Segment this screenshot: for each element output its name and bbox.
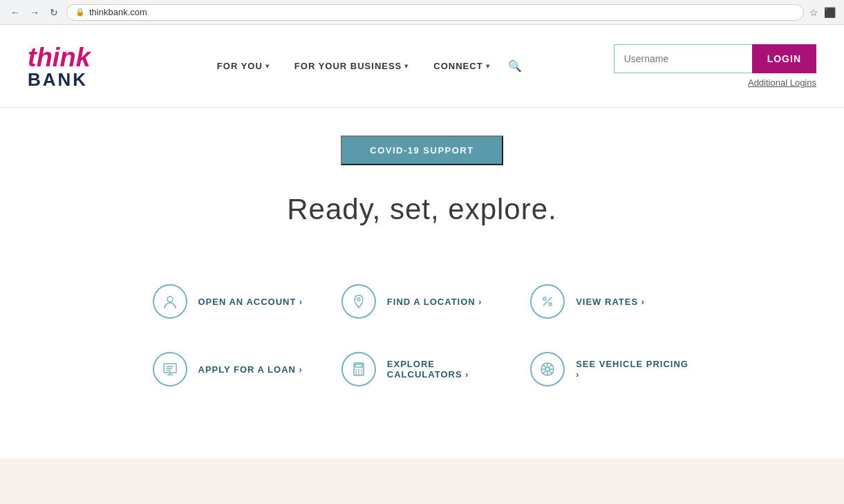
username-input[interactable] bbox=[614, 44, 752, 73]
hero-title: Ready, set, explore. bbox=[0, 193, 844, 226]
svg-line-2 bbox=[543, 297, 552, 306]
chevron-down-icon: ▾ bbox=[404, 62, 409, 70]
person-icon bbox=[153, 284, 187, 319]
site-header: think BANK FOR YOU ▾ FOR YOUR BUSINESS ▾… bbox=[0, 25, 844, 108]
quick-link-view-rates-label: VIEW RATES › bbox=[576, 297, 645, 307]
logo[interactable]: think BANK bbox=[28, 44, 91, 88]
calculator-icon bbox=[341, 352, 376, 386]
svg-point-1 bbox=[357, 298, 360, 301]
login-button[interactable]: LOGIN bbox=[752, 44, 816, 73]
svg-line-30 bbox=[550, 364, 552, 367]
quick-link-apply-loan[interactable]: APPLY FOR A LOAN › bbox=[139, 335, 328, 403]
wheel-icon bbox=[530, 352, 565, 386]
svg-rect-12 bbox=[355, 364, 362, 367]
covid-support-button[interactable]: COVID-19 SUPPORT bbox=[341, 136, 503, 165]
svg-point-4 bbox=[549, 303, 552, 306]
bottom-section bbox=[0, 458, 844, 504]
quick-links-grid: OPEN AN ACCOUNT › FIND A LOCATION › bbox=[111, 268, 733, 403]
location-icon bbox=[341, 284, 376, 319]
quick-link-calculators[interactable]: EXPLORE CALCULATORS › bbox=[328, 335, 516, 403]
refresh-button[interactable]: ↻ bbox=[47, 6, 61, 19]
svg-line-29 bbox=[550, 371, 552, 374]
main-nav: FOR YOU ▾ FOR YOUR BUSINESS ▾ CONNECT ▾ … bbox=[118, 54, 614, 78]
chevron-down-icon: ▾ bbox=[265, 62, 270, 70]
svg-point-0 bbox=[167, 297, 173, 302]
lock-icon: 🔒 bbox=[75, 8, 85, 17]
svg-point-23 bbox=[545, 367, 550, 371]
percent-icon bbox=[530, 284, 565, 319]
back-button[interactable]: ← bbox=[8, 6, 22, 19]
forward-button[interactable]: → bbox=[28, 6, 41, 19]
nav-for-you[interactable]: FOR YOU ▾ bbox=[205, 55, 282, 77]
bookmark-icon[interactable]: ☆ bbox=[809, 7, 818, 18]
quick-link-vehicle-pricing-label: SEE VEHICLE PRICING › bbox=[576, 359, 691, 380]
covid-banner-row: COVID-19 SUPPORT bbox=[0, 136, 844, 165]
nav-for-your-business-label: FOR YOUR BUSINESS bbox=[294, 61, 402, 71]
chevron-down-icon: ▾ bbox=[486, 62, 490, 70]
login-area: LOGIN Additional Logins bbox=[614, 44, 816, 88]
quick-link-open-account[interactable]: OPEN AN ACCOUNT › bbox=[139, 268, 328, 335]
logo-think: think bbox=[28, 44, 91, 71]
browser-url: thinkbank.com bbox=[89, 7, 147, 17]
quick-link-find-location-label: FIND A LOCATION › bbox=[387, 297, 482, 307]
svg-line-28 bbox=[543, 364, 545, 367]
main-content: COVID-19 SUPPORT Ready, set, explore. OP… bbox=[0, 108, 844, 504]
nav-for-you-label: FOR YOU bbox=[217, 61, 263, 71]
quick-link-view-rates[interactable]: VIEW RATES › bbox=[516, 268, 705, 335]
browser-chrome: ← → ↻ 🔒 thinkbank.com ☆ ⬛ bbox=[0, 0, 844, 25]
nav-for-your-business[interactable]: FOR YOUR BUSINESS ▾ bbox=[282, 55, 421, 77]
additional-logins-link[interactable]: Additional Logins bbox=[748, 77, 816, 88]
address-bar[interactable]: 🔒 thinkbank.com bbox=[66, 4, 804, 21]
svg-line-31 bbox=[543, 371, 545, 374]
quick-link-vehicle-pricing[interactable]: SEE VEHICLE PRICING › bbox=[516, 335, 705, 403]
svg-point-3 bbox=[543, 297, 546, 300]
quick-link-open-account-label: OPEN AN ACCOUNT › bbox=[198, 297, 303, 307]
quick-link-calculators-label: EXPLORE CALCULATORS › bbox=[387, 359, 503, 380]
logo-bank: BANK bbox=[28, 71, 91, 88]
monitor-icon bbox=[153, 352, 187, 386]
quick-link-apply-loan-label: APPLY FOR A LOAN › bbox=[198, 364, 303, 375]
extensions-icon[interactable]: ⬛ bbox=[824, 7, 836, 18]
nav-connect-label: CONNECT bbox=[433, 61, 482, 71]
quick-link-find-location[interactable]: FIND A LOCATION › bbox=[328, 268, 516, 335]
nav-connect[interactable]: CONNECT ▾ bbox=[421, 55, 502, 77]
login-row: LOGIN bbox=[614, 44, 816, 73]
search-icon[interactable]: 🔍 bbox=[503, 54, 527, 78]
